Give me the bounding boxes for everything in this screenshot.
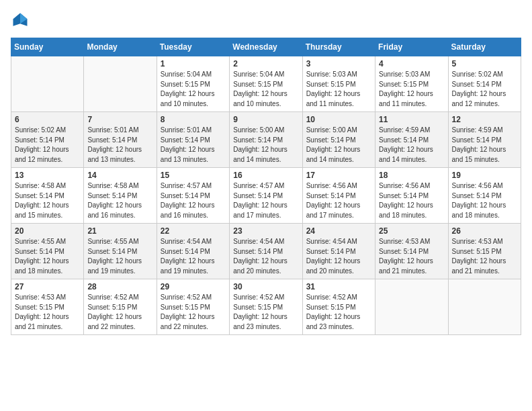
calendar-cell: [11, 56, 84, 112]
day-number: 21: [87, 226, 152, 236]
day-number: 2: [233, 59, 298, 68]
day-number: 20: [15, 226, 80, 236]
day-info: Sunrise: 4:55 AMSunset: 5:14 PMDaylight:…: [15, 237, 80, 276]
calendar-cell: 2Sunrise: 5:04 AMSunset: 5:15 PMDaylight…: [230, 56, 302, 112]
day-info: Sunrise: 5:04 AMSunset: 5:15 PMDaylight:…: [161, 70, 226, 109]
day-number: 11: [379, 115, 444, 124]
day-number: 26: [452, 226, 517, 236]
day-number: 13: [15, 171, 80, 180]
day-info: Sunrise: 4:54 AMSunset: 5:14 PMDaylight:…: [161, 237, 226, 276]
calendar-cell: 12Sunrise: 4:59 AMSunset: 5:14 PMDayligh…: [448, 112, 521, 168]
calendar-cell: [375, 279, 448, 335]
calendar-week-row: 20Sunrise: 4:55 AMSunset: 5:14 PMDayligh…: [11, 224, 521, 279]
day-number: 14: [87, 171, 152, 180]
calendar-cell: 30Sunrise: 4:52 AMSunset: 5:15 PMDayligh…: [230, 279, 302, 335]
calendar-cell: [84, 56, 157, 112]
calendar-cell: 22Sunrise: 4:54 AMSunset: 5:14 PMDayligh…: [157, 224, 229, 279]
day-info: Sunrise: 5:01 AMSunset: 5:14 PMDaylight:…: [161, 126, 226, 165]
day-info: Sunrise: 4:56 AMSunset: 5:14 PMDaylight:…: [306, 181, 371, 220]
day-info: Sunrise: 4:52 AMSunset: 5:15 PMDaylight:…: [233, 293, 298, 332]
day-info: Sunrise: 4:52 AMSunset: 5:15 PMDaylight:…: [87, 293, 152, 332]
calendar-cell: 11Sunrise: 4:59 AMSunset: 5:14 PMDayligh…: [375, 112, 448, 168]
day-info: Sunrise: 4:57 AMSunset: 5:14 PMDaylight:…: [233, 181, 298, 220]
calendar-cell: 19Sunrise: 4:56 AMSunset: 5:14 PMDayligh…: [448, 168, 521, 224]
day-info: Sunrise: 5:00 AMSunset: 5:14 PMDaylight:…: [306, 126, 371, 165]
day-info: Sunrise: 4:52 AMSunset: 5:15 PMDaylight:…: [306, 293, 371, 332]
weekday-header: Friday: [375, 38, 448, 56]
page-header: [11, 11, 521, 30]
day-number: 9: [233, 115, 298, 124]
calendar-week-row: 1Sunrise: 5:04 AMSunset: 5:15 PMDaylight…: [11, 56, 521, 112]
calendar-cell: 14Sunrise: 4:58 AMSunset: 5:14 PMDayligh…: [84, 168, 157, 224]
day-number: 28: [87, 282, 152, 291]
weekday-header: Thursday: [302, 38, 375, 56]
day-info: Sunrise: 4:58 AMSunset: 5:14 PMDaylight:…: [87, 181, 152, 220]
calendar-week-row: 13Sunrise: 4:58 AMSunset: 5:14 PMDayligh…: [11, 168, 521, 224]
calendar-cell: 1Sunrise: 5:04 AMSunset: 5:15 PMDaylight…: [157, 56, 229, 112]
day-number: 24: [306, 226, 371, 236]
day-info: Sunrise: 5:02 AMSunset: 5:14 PMDaylight:…: [452, 70, 517, 109]
day-info: Sunrise: 4:56 AMSunset: 5:14 PMDaylight:…: [452, 181, 517, 220]
day-info: Sunrise: 4:52 AMSunset: 5:15 PMDaylight:…: [161, 293, 226, 332]
day-number: 8: [161, 115, 226, 124]
day-info: Sunrise: 5:00 AMSunset: 5:14 PMDaylight:…: [233, 126, 298, 165]
calendar-cell: 31Sunrise: 4:52 AMSunset: 5:15 PMDayligh…: [302, 279, 375, 335]
day-info: Sunrise: 5:01 AMSunset: 5:14 PMDaylight:…: [87, 126, 152, 165]
day-number: 19: [452, 171, 517, 180]
day-info: Sunrise: 4:53 AMSunset: 5:15 PMDaylight:…: [452, 237, 517, 276]
day-number: 15: [161, 171, 226, 180]
day-info: Sunrise: 4:58 AMSunset: 5:14 PMDaylight:…: [15, 181, 80, 220]
weekday-header: Wednesday: [230, 38, 302, 56]
weekday-header: Monday: [84, 38, 157, 56]
day-info: Sunrise: 4:55 AMSunset: 5:14 PMDaylight:…: [87, 237, 152, 276]
day-number: 27: [15, 282, 80, 291]
day-number: 29: [161, 282, 226, 291]
calendar-cell: 18Sunrise: 4:56 AMSunset: 5:14 PMDayligh…: [375, 168, 448, 224]
calendar-cell: 8Sunrise: 5:01 AMSunset: 5:14 PMDaylight…: [157, 112, 229, 168]
day-number: 3: [306, 59, 371, 68]
day-info: Sunrise: 5:03 AMSunset: 5:15 PMDaylight:…: [379, 70, 444, 109]
calendar-cell: 27Sunrise: 4:53 AMSunset: 5:15 PMDayligh…: [11, 279, 84, 335]
calendar-cell: 6Sunrise: 5:02 AMSunset: 5:14 PMDaylight…: [11, 112, 84, 168]
weekday-header: Sunday: [11, 38, 84, 56]
calendar-table: SundayMondayTuesdayWednesdayThursdayFrid…: [11, 38, 521, 335]
calendar-cell: 23Sunrise: 4:54 AMSunset: 5:14 PMDayligh…: [230, 224, 302, 279]
weekday-header: Saturday: [448, 38, 521, 56]
day-number: 10: [306, 115, 371, 124]
day-info: Sunrise: 4:54 AMSunset: 5:14 PMDaylight:…: [306, 237, 371, 276]
calendar-cell: 10Sunrise: 5:00 AMSunset: 5:14 PMDayligh…: [302, 112, 375, 168]
calendar-week-row: 27Sunrise: 4:53 AMSunset: 5:15 PMDayligh…: [11, 279, 521, 335]
calendar-cell: 4Sunrise: 5:03 AMSunset: 5:15 PMDaylight…: [375, 56, 448, 112]
calendar-cell: 20Sunrise: 4:55 AMSunset: 5:14 PMDayligh…: [11, 224, 84, 279]
day-info: Sunrise: 5:04 AMSunset: 5:15 PMDaylight:…: [233, 70, 298, 109]
calendar-cell: 26Sunrise: 4:53 AMSunset: 5:15 PMDayligh…: [448, 224, 521, 279]
calendar-cell: 17Sunrise: 4:56 AMSunset: 5:14 PMDayligh…: [302, 168, 375, 224]
calendar-cell: 3Sunrise: 5:03 AMSunset: 5:15 PMDaylight…: [302, 56, 375, 112]
day-number: 4: [379, 59, 444, 68]
day-info: Sunrise: 4:59 AMSunset: 5:14 PMDaylight:…: [452, 126, 517, 165]
day-number: 5: [452, 59, 517, 68]
calendar-cell: 9Sunrise: 5:00 AMSunset: 5:14 PMDaylight…: [230, 112, 302, 168]
weekday-header-row: SundayMondayTuesdayWednesdayThursdayFrid…: [11, 38, 521, 56]
calendar-cell: 21Sunrise: 4:55 AMSunset: 5:14 PMDayligh…: [84, 224, 157, 279]
calendar-cell: 15Sunrise: 4:57 AMSunset: 5:14 PMDayligh…: [157, 168, 229, 224]
day-number: 7: [87, 115, 152, 124]
calendar-cell: 25Sunrise: 4:53 AMSunset: 5:14 PMDayligh…: [375, 224, 448, 279]
day-info: Sunrise: 4:57 AMSunset: 5:14 PMDaylight:…: [161, 181, 226, 220]
day-number: 12: [452, 115, 517, 124]
logo: [11, 11, 32, 30]
day-info: Sunrise: 4:54 AMSunset: 5:14 PMDaylight:…: [233, 237, 298, 276]
calendar-cell: 7Sunrise: 5:01 AMSunset: 5:14 PMDaylight…: [84, 112, 157, 168]
calendar-cell: 13Sunrise: 4:58 AMSunset: 5:14 PMDayligh…: [11, 168, 84, 224]
day-number: 23: [233, 226, 298, 236]
calendar-week-row: 6Sunrise: 5:02 AMSunset: 5:14 PMDaylight…: [11, 112, 521, 168]
day-number: 31: [306, 282, 371, 291]
day-number: 6: [15, 115, 80, 124]
calendar-cell: 16Sunrise: 4:57 AMSunset: 5:14 PMDayligh…: [230, 168, 302, 224]
day-number: 25: [379, 226, 444, 236]
day-info: Sunrise: 4:56 AMSunset: 5:14 PMDaylight:…: [379, 181, 444, 220]
day-number: 16: [233, 171, 298, 180]
day-number: 17: [306, 171, 371, 180]
day-number: 22: [161, 226, 226, 236]
calendar-cell: 24Sunrise: 4:54 AMSunset: 5:14 PMDayligh…: [302, 224, 375, 279]
